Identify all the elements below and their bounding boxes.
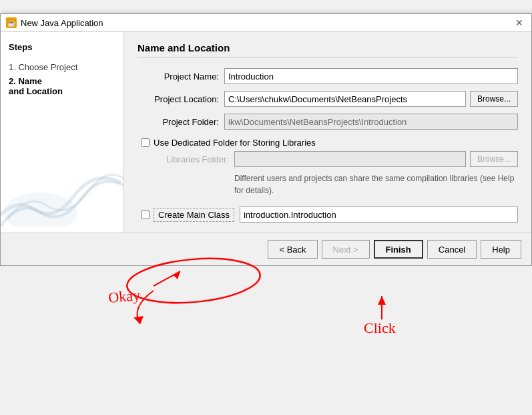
libraries-folder-row: Libraries Folder: Browse... xyxy=(138,151,518,167)
click-annotation: Click xyxy=(364,319,396,336)
step-name-location: 2. Nameand Location xyxy=(9,74,115,98)
cancel-button[interactable]: Cancel xyxy=(427,240,477,259)
browse-location-button[interactable]: Browse... xyxy=(470,91,518,107)
okay-annotation: Okay xyxy=(107,287,141,306)
browse-libraries-button[interactable]: Browse... xyxy=(470,151,518,167)
steps-panel: Steps 1. Choose Project 2. Nameand Locat… xyxy=(1,32,124,233)
svg-point-0 xyxy=(4,192,77,226)
project-name-label: Project Name: xyxy=(138,72,224,82)
project-name-input[interactable] xyxy=(224,68,518,84)
hint-text: Different users and projects can share t… xyxy=(138,172,518,196)
app-icon: ☕ xyxy=(6,17,17,28)
main-class-input[interactable] xyxy=(240,206,518,223)
annotation-svg: Okay Click xyxy=(0,266,532,353)
finish-button[interactable]: Finish xyxy=(374,240,423,259)
project-location-input[interactable] xyxy=(224,91,466,107)
project-folder-label: Project Folder: xyxy=(138,117,224,127)
svg-marker-4 xyxy=(378,296,386,305)
annotation-area: Okay Click xyxy=(0,266,532,353)
dedicated-folder-checkbox[interactable] xyxy=(141,138,150,147)
create-main-class-label: Create Main Class xyxy=(154,208,234,222)
help-button[interactable]: Help xyxy=(481,240,521,259)
dialog-wrapper: ☕ New Java Application ✕ Steps 1. Choose… xyxy=(0,13,532,353)
project-location-label: Project Location: xyxy=(138,94,224,104)
svg-line-1 xyxy=(154,271,180,286)
close-button[interactable]: ✕ xyxy=(513,17,526,28)
project-name-row: Project Name: xyxy=(138,68,518,84)
title-bar-text: New Java Application xyxy=(21,18,509,28)
steps-heading: Steps xyxy=(9,42,115,52)
project-location-row: Project Location: Browse... xyxy=(138,91,518,107)
next-button[interactable]: Next > xyxy=(322,240,370,259)
decorative-waves xyxy=(1,126,124,226)
step-choose-project: 1. Choose Project xyxy=(9,60,115,74)
libraries-folder-label: Libraries Folder: xyxy=(158,154,234,164)
dedicated-folder-row: Use Dedicated Folder for Storing Librari… xyxy=(138,138,518,148)
button-bar: < Back Next > Finish Cancel Help xyxy=(1,233,531,265)
section-title: Name and Location xyxy=(138,42,518,58)
project-folder-input[interactable] xyxy=(224,114,518,130)
project-folder-row: Project Folder: xyxy=(138,114,518,130)
create-main-class-checkbox[interactable] xyxy=(141,211,150,219)
title-bar: ☕ New Java Application ✕ xyxy=(1,14,531,32)
libraries-folder-input[interactable] xyxy=(234,151,466,167)
new-java-application-dialog: ☕ New Java Application ✕ Steps 1. Choose… xyxy=(0,13,532,266)
dialog-body: Steps 1. Choose Project 2. Nameand Locat… xyxy=(1,32,531,233)
main-class-checkbox-area: Create Main Class xyxy=(138,208,240,222)
content-panel: Name and Location Project Name: Project … xyxy=(124,32,531,233)
main-class-row: Create Main Class xyxy=(138,206,518,223)
dedicated-folder-label[interactable]: Use Dedicated Folder for Storing Librari… xyxy=(154,138,316,148)
app-icon-symbol: ☕ xyxy=(7,19,15,27)
steps-list: 1. Choose Project 2. Nameand Location xyxy=(9,60,115,98)
back-button[interactable]: < Back xyxy=(268,240,317,259)
